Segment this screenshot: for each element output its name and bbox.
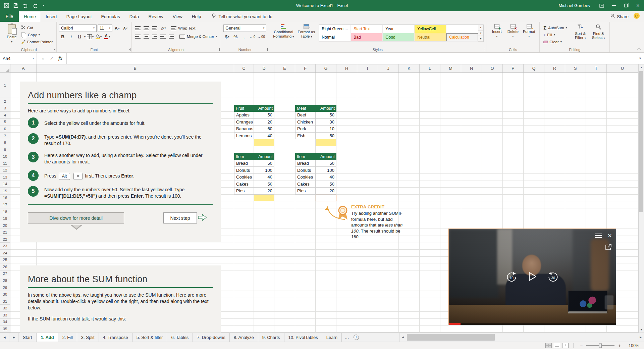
table-header-amount[interactable]: Amount xyxy=(254,105,274,112)
column-header-b[interactable]: B xyxy=(37,64,234,72)
video-forward-30-button[interactable]: 30 xyxy=(547,271,559,283)
sheet-tab-7-drop-downs[interactable]: 7. Drop-downs xyxy=(193,333,230,342)
collapse-ribbon-icon[interactable] xyxy=(638,47,641,50)
row-header-7[interactable]: 7 xyxy=(0,133,10,140)
vertical-scroll-thumb[interactable] xyxy=(639,71,643,212)
feedback-smiley-icon[interactable] xyxy=(633,12,640,20)
item-cell[interactable]: Pork xyxy=(295,126,316,133)
scroll-left-icon[interactable]: ◀ xyxy=(399,333,406,342)
italic-button[interactable]: I xyxy=(67,33,75,40)
video-progress-track[interactable] xyxy=(449,323,616,325)
column-header-a[interactable]: A xyxy=(10,64,37,72)
horizontal-scrollbar[interactable]: ◀ ▶ xyxy=(399,333,644,342)
yellow-input-cell[interactable] xyxy=(316,139,336,146)
cell-style-normal[interactable]: Normal xyxy=(319,33,351,42)
delete-cells-button[interactable]: × Delete▾ xyxy=(505,23,521,38)
item-cell[interactable]: Donuts xyxy=(295,167,316,174)
video-rewind-10-button[interactable]: 10 xyxy=(506,271,517,283)
item-cell[interactable]: Cookies xyxy=(234,174,254,181)
row-header-21[interactable]: 21 xyxy=(0,229,10,236)
comma-style-button[interactable]: , xyxy=(240,33,248,40)
sheet-tab-5-sort-filter[interactable]: 5. Sort & filter xyxy=(132,333,167,342)
ribbon-tab-help[interactable]: Help xyxy=(187,11,206,22)
zoom-slider-thumb[interactable] xyxy=(599,343,602,348)
amount-cell[interactable]: 30 xyxy=(316,119,336,126)
row-header-17[interactable]: 17 xyxy=(0,201,10,208)
row-header-33[interactable]: 33 xyxy=(0,312,10,319)
amount-cell[interactable]: 100 xyxy=(316,167,336,174)
yellow-input-cell[interactable] xyxy=(254,195,274,202)
top-align-button[interactable] xyxy=(134,24,142,32)
row-header-31[interactable]: 31 xyxy=(0,298,10,305)
cell-style-neutral[interactable]: Neutral xyxy=(415,33,446,42)
column-header-h[interactable]: H xyxy=(336,64,357,72)
row-header-16[interactable]: 16 xyxy=(0,195,10,202)
column-header-o[interactable]: O xyxy=(482,64,503,72)
amount-cell[interactable]: 50 xyxy=(254,181,274,188)
customize-qat-icon[interactable]: ▼ xyxy=(42,4,45,7)
row-header-8[interactable]: 8 xyxy=(0,139,10,146)
horizontal-scroll-thumb[interactable] xyxy=(407,334,495,341)
format-painter-button[interactable]: Format Painter xyxy=(20,39,54,45)
item-cell[interactable]: Cookies xyxy=(295,174,316,181)
undo-icon[interactable] xyxy=(23,3,28,8)
insert-cells-button[interactable]: + Insert▾ xyxy=(489,23,505,38)
item-cell[interactable]: Lemons xyxy=(234,133,254,140)
column-header-c[interactable]: C xyxy=(234,64,254,72)
select-all-corner[interactable] xyxy=(0,64,10,73)
row-header-24[interactable]: 24 xyxy=(0,250,10,257)
gallery-more-icon[interactable]: ▼ xyxy=(478,36,483,42)
row-header-23[interactable]: 23 xyxy=(0,243,10,250)
font-dialog-launcher[interactable] xyxy=(127,48,130,51)
column-header-r[interactable]: R xyxy=(544,64,565,72)
column-header-l[interactable]: L xyxy=(420,64,440,72)
borders-button[interactable]: ▾ xyxy=(87,33,94,40)
accounting-format-button[interactable]: $▾ xyxy=(223,33,231,40)
amount-cell[interactable]: 60 xyxy=(254,126,274,133)
row-header-14[interactable]: 14 xyxy=(0,181,10,188)
column-header-i[interactable]: I xyxy=(357,64,378,72)
zoom-level[interactable]: 100% xyxy=(627,343,639,348)
row-header-18[interactable]: 18 xyxy=(0,208,10,215)
item-cell[interactable]: Beef xyxy=(295,112,316,119)
align-right-button[interactable] xyxy=(151,33,158,40)
video-menu-icon[interactable] xyxy=(595,232,602,239)
amount-cell[interactable]: 100 xyxy=(254,167,274,174)
table-header-item[interactable]: Item xyxy=(234,153,254,160)
fill-color-button[interactable]: ▾ xyxy=(95,33,102,40)
align-center-button[interactable] xyxy=(143,33,150,40)
cell-style-yellowcell[interactable]: YellowCell xyxy=(415,25,446,33)
page-break-view-button[interactable] xyxy=(562,343,569,348)
increase-indent-button[interactable] xyxy=(168,33,175,40)
amount-cell[interactable]: 50 xyxy=(316,133,336,140)
amount-cell[interactable]: 50 xyxy=(254,112,274,119)
column-header-e[interactable]: E xyxy=(274,64,295,72)
row-header-5[interactable]: 5 xyxy=(0,119,10,126)
row-header-28[interactable]: 28 xyxy=(0,277,10,284)
copy-button[interactable]: Copy▾ xyxy=(20,32,54,38)
conditional-formatting-button[interactable]: Conditional Formatting ▾ xyxy=(271,23,296,38)
formula-bar-expand-icon[interactable]: ▼ xyxy=(636,53,644,64)
ribbon-tab-home[interactable]: Home xyxy=(19,11,41,22)
ribbon-tab-data[interactable]: Data xyxy=(125,11,144,22)
formula-input[interactable] xyxy=(67,53,636,64)
zoom-slider[interactable] xyxy=(586,345,614,346)
wrap-text-button[interactable]: Wrap Text xyxy=(170,25,197,31)
sheet-tab-1-add[interactable]: 1. Add xyxy=(36,333,58,342)
item-cell[interactable]: Chicken xyxy=(295,119,316,126)
page-layout-view-button[interactable] xyxy=(554,343,560,348)
yellow-input-cell[interactable] xyxy=(254,139,274,146)
sheet-tab-10-pivottables[interactable]: 10. PivotTables xyxy=(284,333,322,342)
table-header-meat[interactable]: Meat xyxy=(295,105,316,112)
column-header-s[interactable]: S xyxy=(565,64,586,72)
amount-cell[interactable]: 50 xyxy=(316,112,336,119)
column-header-f[interactable]: F xyxy=(295,64,316,72)
alignment-dialog-launcher[interactable] xyxy=(217,48,220,51)
row-header-2[interactable]: 2 xyxy=(0,98,10,105)
cell-style-good[interactable]: Good xyxy=(383,33,415,42)
row-header-10[interactable]: 10 xyxy=(0,153,10,160)
sheet-tab-9-charts[interactable]: 9. Charts xyxy=(258,333,284,342)
redo-icon[interactable] xyxy=(33,3,38,8)
column-header-n[interactable]: N xyxy=(461,64,482,72)
clear-button[interactable]: Clear▾ xyxy=(542,39,571,45)
